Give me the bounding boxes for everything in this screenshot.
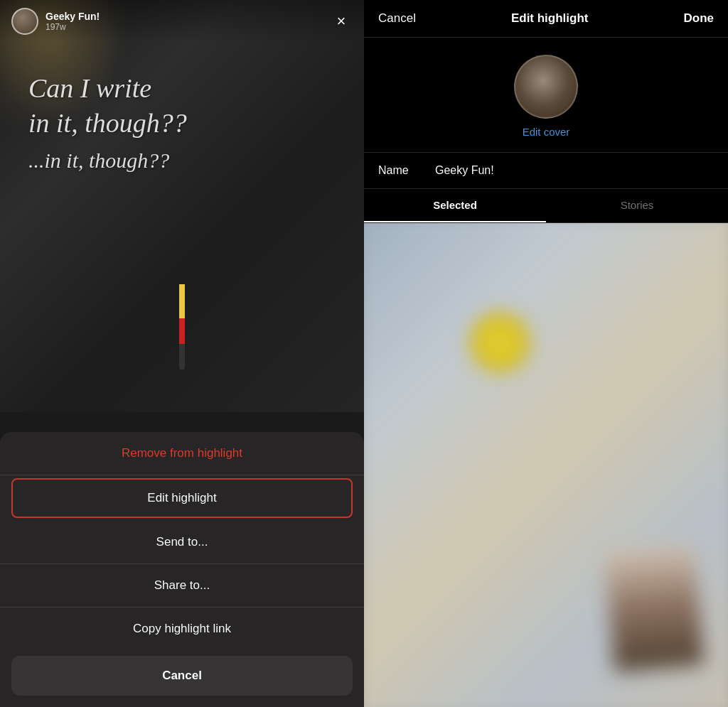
tab-selected[interactable]: Selected — [364, 189, 546, 222]
nav-title: Edit highlight — [511, 11, 589, 26]
remove-from-highlight-button[interactable]: Remove from highlight — [0, 432, 364, 475]
story-header: Geeky Fun! 197w × — [0, 0, 364, 43]
tabs-row: Selected Stories — [364, 189, 728, 223]
story-text: Can I writein it, though??...in it, thou… — [28, 71, 336, 176]
cover-image[interactable] — [514, 55, 578, 119]
pencil-decoration — [179, 284, 185, 369]
content-grid — [364, 223, 728, 707]
close-button[interactable]: × — [330, 10, 353, 33]
name-row: Name Geeky Fun! — [364, 153, 728, 189]
share-to-button[interactable]: Share to... — [0, 564, 364, 608]
bottom-menu: Remove from highlight Edit highlight Sen… — [0, 432, 364, 707]
edit-nav: Cancel Edit highlight Done — [364, 0, 728, 38]
nav-done-button[interactable]: Done — [683, 11, 714, 26]
nav-cancel-button[interactable]: Cancel — [378, 11, 416, 26]
avatar — [11, 8, 38, 35]
story-username: Geeky Fun! — [46, 11, 330, 22]
tab-stories[interactable]: Stories — [546, 189, 728, 222]
story-user-info: Geeky Fun! 197w — [46, 11, 330, 32]
right-panel: Cancel Edit highlight Done Edit cover Na… — [364, 0, 728, 707]
left-panel: Can I writein it, though??...in it, thou… — [0, 0, 364, 707]
name-label: Name — [378, 164, 435, 177]
edit-highlight-button[interactable]: Edit highlight — [11, 478, 353, 518]
story-time: 197w — [46, 22, 330, 32]
cancel-button[interactable]: Cancel — [11, 656, 353, 696]
story-image: Can I writein it, though??...in it, thou… — [0, 0, 364, 412]
cover-section: Edit cover — [364, 38, 728, 153]
edit-cover-button[interactable]: Edit cover — [523, 126, 570, 138]
send-to-button[interactable]: Send to... — [0, 521, 364, 564]
copy-highlight-link-button[interactable]: Copy highlight link — [0, 608, 364, 650]
blurred-stories-content — [364, 223, 728, 707]
name-value[interactable]: Geeky Fun! — [435, 164, 714, 177]
